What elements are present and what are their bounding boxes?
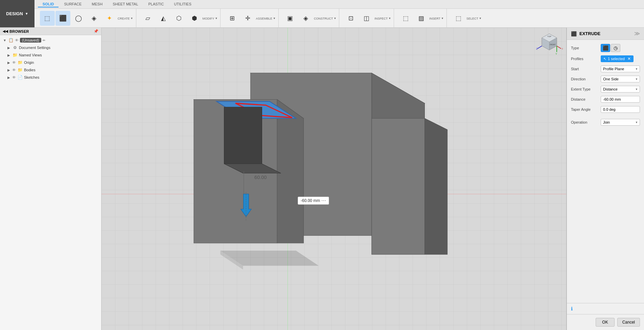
root-visibility-icon[interactable]: 👁 bbox=[15, 38, 19, 42]
tab-sheet-metal[interactable]: SHEET METAL bbox=[108, 1, 143, 7]
extrude-panel-title: EXTRUDE bbox=[579, 31, 600, 36]
extent-type-select-wrapper: Distance bbox=[601, 86, 640, 93]
sketches-expand-icon[interactable]: ▶ bbox=[7, 76, 11, 79]
create-revolve-btn[interactable]: ◯ bbox=[71, 11, 86, 26]
operation-select[interactable]: Join bbox=[601, 119, 640, 126]
info-icon[interactable]: ℹ bbox=[571, 306, 573, 311]
profiles-selected-button[interactable]: ↖ 1 selected ✕ bbox=[601, 55, 634, 62]
svg-marker-11 bbox=[224, 107, 262, 164]
construct-plane-btn[interactable]: ▣ bbox=[283, 11, 298, 26]
origin-visibility-icon[interactable]: 👁 bbox=[12, 60, 16, 65]
root-edit-icon[interactable]: ✏ bbox=[43, 39, 45, 42]
assemble-move-btn[interactable]: ✛ bbox=[240, 11, 255, 26]
start-select[interactable]: Profile Plane bbox=[601, 66, 640, 72]
direction-select[interactable]: One Side bbox=[601, 76, 640, 82]
create-extrude-btn[interactable]: ⬛ bbox=[55, 11, 70, 26]
create-new-component-btn[interactable]: ⬚ bbox=[40, 11, 55, 26]
tree-item-bodies[interactable]: ▶ 👁 📁 Bodies bbox=[0, 66, 101, 74]
select-btn[interactable]: ⬚ bbox=[451, 11, 466, 26]
viewport[interactable]: 60.00 -60.00 mm ⋯ TOP FRONT X bbox=[101, 28, 566, 330]
start-select-wrapper: Profile Plane bbox=[601, 66, 640, 72]
named-views-expand-icon[interactable]: ▶ bbox=[7, 53, 11, 57]
create-sweep-btn[interactable]: ◈ bbox=[87, 11, 101, 26]
browser-title: BROWSER bbox=[9, 29, 29, 33]
inspect-group-label[interactable]: INSPECT ▼ bbox=[374, 17, 391, 20]
design-button[interactable]: DESIGN ▼ bbox=[0, 0, 34, 27]
tab-solid[interactable]: SOLID bbox=[38, 1, 59, 7]
profiles-clear-icon[interactable]: ✕ bbox=[627, 56, 631, 61]
tree-item-doc-settings[interactable]: ▶ ⚙ Document Settings bbox=[0, 44, 101, 51]
insert-decal-btn[interactable]: ▨ bbox=[414, 11, 429, 26]
type-btn-extrude[interactable]: ⬛ bbox=[601, 44, 610, 52]
type-buttons: ⬛ ◷ bbox=[601, 44, 640, 52]
operation-label: Operation bbox=[571, 120, 598, 124]
insert-decal-icon: ▨ bbox=[418, 15, 424, 22]
assemble-group-label[interactable]: ASSEMBLE ▼ bbox=[256, 17, 275, 20]
3d-model-svg: 60.00 bbox=[101, 28, 566, 330]
origin-expand-icon[interactable]: ▶ bbox=[7, 61, 11, 65]
taper-input[interactable] bbox=[601, 106, 640, 113]
inspect-measure-btn[interactable]: ⊡ bbox=[343, 11, 358, 26]
inspect-section-btn[interactable]: ◫ bbox=[359, 11, 374, 26]
modify-group-label[interactable]: MODIFY ▼ bbox=[203, 17, 218, 20]
svg-text:X: X bbox=[562, 47, 563, 50]
bodies-visibility-icon[interactable]: 👁 bbox=[12, 68, 16, 72]
new-component-icon: ⬚ bbox=[44, 15, 50, 22]
tool-group-modify: ▱ ◭ ⬡ ⬢ MODIFY ▼ bbox=[138, 9, 221, 27]
browser-collapse-icon[interactable]: ◀◀ bbox=[3, 29, 8, 33]
inspect-group-label-container: INSPECT ▼ bbox=[374, 16, 391, 20]
create-group-label[interactable]: CREATE ▼ bbox=[118, 17, 133, 20]
panel-row-extent-type: Extent Type Distance bbox=[571, 86, 640, 93]
dimension-options-icon[interactable]: ⋯ bbox=[321, 198, 326, 203]
distance-input[interactable] bbox=[601, 96, 640, 103]
construct-axis-btn[interactable]: ◈ bbox=[298, 11, 313, 26]
assemble-group-label-container: ASSEMBLE ▼ bbox=[256, 16, 275, 20]
tree-root-item[interactable]: ▼ 📋 👁 (Unsaved) ✏ bbox=[0, 36, 101, 44]
panel-expand-icon[interactable]: ≫ bbox=[634, 30, 640, 37]
browser-header: ◀◀ BROWSER 📌 bbox=[0, 28, 101, 35]
sketches-visibility-icon[interactable]: 👁 bbox=[12, 75, 16, 79]
cancel-button[interactable]: Cancel bbox=[617, 318, 640, 327]
dimension-label: -60.00 mm ⋯ bbox=[298, 197, 329, 205]
tab-utilities[interactable]: UTILITIES bbox=[169, 1, 196, 7]
modify-shell-btn[interactable]: ⬢ bbox=[187, 11, 202, 26]
svg-text:Y: Y bbox=[555, 52, 557, 55]
assemble-joint-btn[interactable]: ⊞ bbox=[225, 11, 239, 26]
modify-chamfer-btn[interactable]: ⬡ bbox=[171, 11, 186, 26]
tab-surface[interactable]: SURFACE bbox=[59, 1, 86, 7]
modify-fillet-btn[interactable]: ◭ bbox=[156, 11, 171, 26]
create-loft-btn[interactable]: ✦ bbox=[102, 11, 117, 26]
spacer bbox=[571, 116, 640, 119]
type-btn-revolve[interactable]: ◷ bbox=[611, 44, 620, 52]
select-group-label[interactable]: SELECT ▼ bbox=[466, 17, 482, 20]
tab-plastic[interactable]: PLASTIC bbox=[144, 1, 169, 7]
browser-tree: ▼ 📋 👁 (Unsaved) ✏ ▶ ⚙ Document Settings … bbox=[0, 35, 101, 330]
direction-label: Direction bbox=[571, 77, 598, 81]
construct-group-label[interactable]: CONSTRUCT ▼ bbox=[314, 17, 336, 20]
ok-button[interactable]: OK bbox=[596, 318, 614, 327]
tree-item-sketches[interactable]: ▶ 👁 📄 Sketches bbox=[0, 74, 101, 81]
construct-label-text: CONSTRUCT bbox=[314, 17, 333, 20]
doc-settings-expand-icon[interactable]: ▶ bbox=[7, 46, 11, 50]
svg-marker-5 bbox=[372, 119, 425, 255]
browser-pin-icon[interactable]: 📌 bbox=[94, 29, 98, 33]
tree-item-origin[interactable]: ▶ 👁 📁 Origin bbox=[0, 59, 101, 66]
dimension-value: -60.00 mm bbox=[301, 198, 320, 203]
panel-body: Type ⬛ ◷ Profiles ↖ 1 selected bbox=[567, 40, 644, 303]
bodies-label: Bodies bbox=[24, 68, 36, 72]
bodies-expand-icon[interactable]: ▶ bbox=[7, 68, 11, 72]
tool-group-create: ⬚ ⬛ ◯ ◈ ✦ CREATE ▼ bbox=[37, 9, 136, 27]
modify-press-pull-btn[interactable]: ▱ bbox=[140, 11, 155, 26]
modify-dropdown-icon: ▼ bbox=[215, 17, 218, 20]
taper-input-wrapper bbox=[601, 106, 640, 113]
extent-type-select[interactable]: Distance bbox=[601, 86, 640, 93]
tab-mesh[interactable]: MESH bbox=[87, 1, 107, 7]
insert-svg-btn[interactable]: ⬚ bbox=[398, 11, 413, 26]
panel-header-left: ⬛ EXTRUDE bbox=[571, 31, 600, 36]
insert-group-label[interactable]: INSERT ▼ bbox=[429, 17, 444, 20]
svg-line-29 bbox=[537, 46, 542, 49]
panel-row-taper: Taper Angle bbox=[571, 106, 640, 113]
bodies-folder-icon: 📁 bbox=[17, 67, 23, 73]
root-expand-icon[interactable]: ▼ bbox=[3, 39, 7, 42]
tree-item-named-views[interactable]: ▶ 📁 Named Views bbox=[0, 51, 101, 59]
